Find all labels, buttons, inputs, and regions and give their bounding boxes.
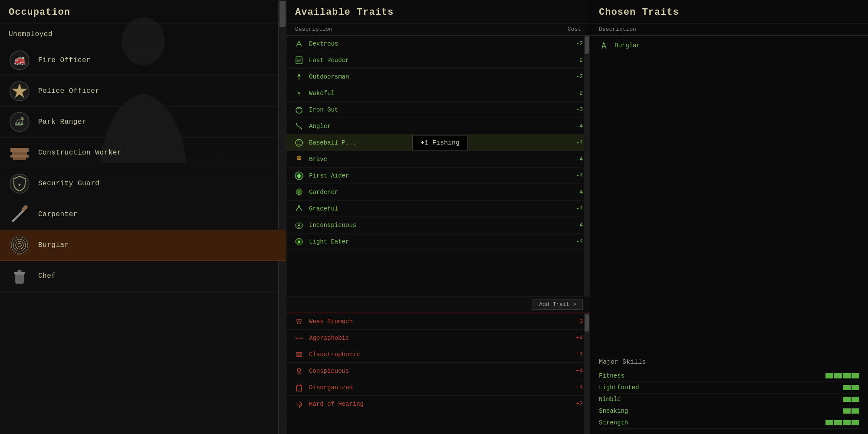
svg-point-45	[298, 224, 300, 226]
inconspicuous-icon	[293, 220, 305, 231]
positive-traits-list: Dextrous -2 Fast Reader -2 Outdoorsman -…	[286, 36, 590, 296]
police-officer-icon	[9, 80, 30, 102]
occupation-item-security-guard[interactable]: ★ Security Guard	[0, 168, 286, 199]
dextrous-icon	[293, 38, 305, 49]
occupation-title: Occupation	[0, 0, 286, 23]
trait-item-brave[interactable]: Brave -4	[286, 151, 590, 168]
occupation-scrollbar-thumb[interactable]	[279, 1, 286, 27]
svg-point-33	[296, 139, 302, 146]
lightfooted-bars	[843, 385, 859, 390]
security-guard-icon: ★	[9, 173, 30, 194]
lightfooted-bar-2	[852, 385, 859, 390]
angler-icon	[293, 121, 305, 132]
svg-rect-7	[10, 148, 29, 152]
occupation-item-burglar[interactable]: Burglar	[0, 230, 286, 261]
traits-header-cost: Cost	[568, 26, 581, 33]
svg-rect-22	[18, 270, 21, 273]
trait-item-iron-gut[interactable]: Iron Gut -3	[286, 102, 590, 118]
svg-text:★: ★	[18, 181, 22, 188]
add-trait-button[interactable]: Add Trait >	[533, 299, 583, 310]
trait-item-disorganized[interactable]: Disorganized +4	[286, 379, 590, 396]
conspicuous-icon	[293, 365, 305, 377]
lightfooted-bar-1	[843, 385, 851, 390]
strength-bar-2	[834, 420, 842, 425]
fitness-bar-4	[852, 373, 859, 378]
fitness-bar-3	[843, 373, 851, 378]
occupation-item-construction-worker[interactable]: Construction Worker	[0, 138, 286, 168]
svg-text:🏕: 🏕	[15, 116, 24, 128]
svg-rect-10	[13, 158, 26, 160]
negative-traits-scrollbar[interactable]	[584, 313, 590, 434]
sneaking-bar-1	[843, 408, 851, 414]
skill-row-sneaking: Sneaking	[599, 405, 859, 417]
trait-item-fast-reader[interactable]: Fast Reader -2	[286, 52, 590, 69]
negative-traits-list: Weak Stomach +3 Agoraphobic +4 Claustrop…	[286, 312, 590, 434]
baseball-player-icon	[293, 137, 305, 148]
negative-traits-scrollbar-thumb[interactable]	[585, 314, 589, 332]
trait-item-graceful[interactable]: Graceful -4	[286, 201, 590, 217]
strength-bar-1	[825, 420, 833, 425]
svg-point-35	[297, 157, 298, 158]
positive-traits-scrollbar[interactable]	[584, 36, 590, 296]
occupation-item-carpenter[interactable]: Carpenter	[0, 199, 286, 230]
major-skills-title: Major Skills	[599, 358, 859, 366]
traits-header: Description Cost	[286, 23, 590, 36]
traits-panel: Available Traits Description Cost Dextro…	[286, 0, 590, 434]
wakeful-icon	[293, 88, 305, 99]
strength-bar-3	[843, 420, 851, 425]
occupation-item-fire-officer[interactable]: 🚒 Fire Officer	[0, 45, 286, 76]
outdoorsman-icon	[293, 71, 305, 82]
skill-row-lightfooted: Lightfooted	[599, 382, 859, 394]
trait-item-weak-stomach[interactable]: Weak Stomach +3	[286, 313, 590, 330]
trait-item-agoraphobic[interactable]: Agoraphobic +4	[286, 330, 590, 346]
strength-bar-4	[852, 420, 859, 425]
occupation-item-chef[interactable]: Chef	[0, 261, 286, 292]
first-aider-icon	[293, 170, 305, 181]
chosen-header: Description	[590, 23, 868, 36]
chosen-list: Burglar	[590, 36, 868, 353]
trait-item-gardener[interactable]: Gardener -4	[286, 184, 590, 201]
trait-item-angler[interactable]: Angler -4	[286, 118, 590, 135]
svg-point-15	[10, 236, 29, 255]
occupation-item-unemployed[interactable]: Unemployed	[0, 23, 286, 45]
svg-rect-55	[296, 386, 302, 391]
chef-icon	[9, 265, 30, 287]
traits-title: Available Traits	[286, 0, 590, 23]
weak-stomach-icon	[293, 316, 305, 327]
nimble-bar-1	[843, 397, 851, 402]
fast-reader-icon	[293, 55, 305, 66]
svg-rect-54	[297, 372, 301, 375]
occupation-panel: Occupation Unemployed 🚒 Fire Officer	[0, 0, 286, 434]
svg-rect-31	[299, 76, 299, 80]
svg-point-53	[297, 368, 301, 372]
svg-point-34	[297, 156, 301, 160]
chosen-panel: Chosen Traits Description Burglar Major …	[590, 0, 868, 434]
skill-row-strength: Strength	[599, 417, 859, 429]
trait-item-light-eater[interactable]: Light Eater -4	[286, 233, 590, 250]
chosen-burglar-icon	[599, 40, 609, 51]
positive-traits-scrollbar-thumb[interactable]	[585, 36, 589, 54]
skill-row-nimble: Nimble	[599, 394, 859, 405]
trait-item-claustrophobic[interactable]: Claustrophobic +4	[286, 346, 590, 363]
disorganized-icon	[293, 382, 305, 393]
trait-item-outdoorsman[interactable]: Outdoorsman -2	[286, 69, 590, 85]
brave-icon	[293, 154, 305, 165]
svg-text:🚒: 🚒	[14, 54, 26, 66]
skill-row-fitness: Fitness	[599, 370, 859, 382]
fire-officer-icon: 🚒	[9, 49, 30, 71]
trait-item-dextrous[interactable]: Dextrous -2	[286, 36, 590, 52]
trait-item-wakeful[interactable]: Wakeful -2	[286, 85, 590, 102]
trait-item-baseball-player[interactable]: Baseball P... -4 +1 Fishing	[286, 135, 590, 151]
trait-item-conspicuous[interactable]: Conspicuous +4	[286, 363, 590, 379]
major-skills-section: Major Skills Fitness Lightfooted Nimble	[590, 353, 868, 434]
trait-item-first-aider[interactable]: First Aider -4	[286, 168, 590, 184]
trait-item-hard-of-hearing[interactable]: to Hard of Hearing +2	[286, 396, 590, 412]
occupation-list: Unemployed 🚒 Fire Officer Police Officer	[0, 23, 286, 292]
light-eater-icon	[293, 236, 305, 247]
park-ranger-icon: 🏕	[9, 111, 30, 133]
construction-worker-icon	[9, 142, 30, 164]
iron-gut-icon	[293, 104, 305, 115]
occupation-item-police-officer[interactable]: Police Officer	[0, 76, 286, 107]
occupation-item-park-ranger[interactable]: 🏕 Park Ranger	[0, 107, 286, 138]
trait-item-inconspicuous[interactable]: Inconspicuous -4	[286, 217, 590, 233]
